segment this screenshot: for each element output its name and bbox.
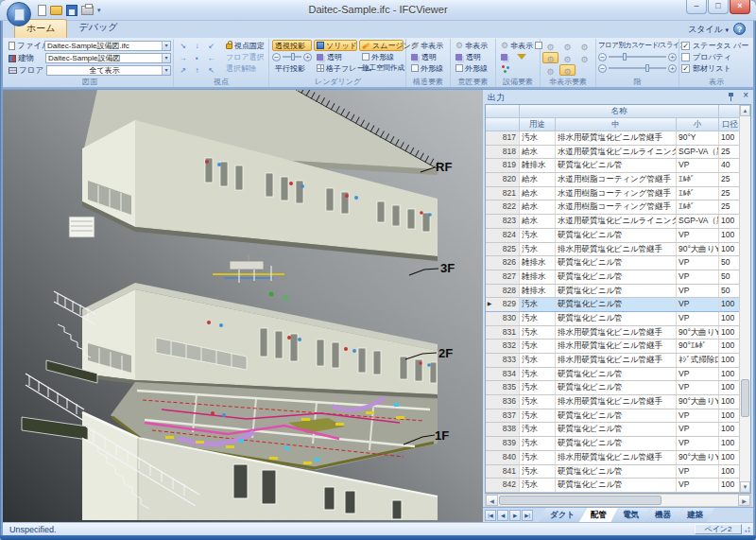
solid-button[interactable]: ソリッド [314,40,357,51]
view-arrow-icon[interactable]: ↓ [190,40,204,52]
prev-tab-icon[interactable]: ◀ [497,510,508,521]
horizontal-scrollbar[interactable]: ◀ ▶ [485,494,751,507]
zoom-slider[interactable]: − + [272,51,312,62]
zoom-slider-thumb[interactable] [291,53,295,61]
view-arrow-icon[interactable]: ↘ [176,40,190,52]
table-row[interactable]: 819雑排水硬質塩化ビニル管VP40 [486,159,750,173]
lattice-frame-button[interactable]: 格子フレーム [314,62,357,74]
category-tab[interactable]: ダクト [539,508,586,522]
dropdown-icon[interactable]: ▾ [162,42,170,50]
dropdown-icon[interactable]: ▾ [162,66,170,75]
table-row[interactable]: 833汚水排水用硬質塩化ビニル管継手ﾈｼﾞ式掃除口100 [486,354,750,368]
design-outline-button[interactable]: 外形線 [453,62,493,74]
table-row[interactable]: 832汚水排水用硬質塩化ビニル管継手90°ｴﾙﾎﾞ100 [486,340,750,354]
maximize-button[interactable]: □ [708,0,729,14]
smoothing-button[interactable]: スムージング [359,40,404,51]
scroll-down-icon[interactable]: ▼ [740,481,750,493]
structural-hide-button[interactable]: ⚙非表示 [408,40,448,51]
checkbox-icon[interactable]: ✓ [681,64,690,73]
gear-icon[interactable]: ⚙ [559,64,576,76]
table-row[interactable]: 842汚水硬質塩化ビニル管VP100 [486,479,750,493]
table-row[interactable]: 834汚水硬質塩化ビニル管VP100 [486,368,750,382]
gear-icon[interactable]: ⚙ [542,40,558,51]
close-button[interactable]: × [730,0,750,14]
table-row[interactable]: 826雑排水硬質塩化ビニル管VP50 [486,256,750,270]
display-checkbox[interactable]: ✓ステータス バー [681,40,751,51]
table-row[interactable]: 828雑排水硬質塩化ビニル管VP50 [486,285,750,299]
gear-icon[interactable]: ⚙ [542,52,558,63]
table-row[interactable]: 818給水水道用硬質塩化ビニルライニング鋼管SGP-VA（黒）25 [486,146,750,160]
category-tab[interactable]: 建築 [676,508,714,522]
ribbon-tab[interactable]: デバッグ [67,19,129,38]
help-icon[interactable]: ? [733,23,746,35]
gear-icon[interactable]: ⚙ [559,52,576,63]
table-row[interactable]: 840汚水排水用硬質塩化ビニル管継手90°大曲りY100 [486,451,750,465]
pin-icon[interactable] [728,93,734,101]
display-checkbox[interactable]: ✓部材リスト [681,62,751,74]
table-row[interactable]: 837汚水硬質塩化ビニル管VP100 [486,409,750,424]
plus-icon[interactable]: + [668,64,677,73]
gear-icon[interactable]: ⚙ [576,52,593,63]
zoom-in-icon[interactable]: + [303,53,312,61]
checkbox-icon[interactable] [681,53,690,61]
slice-slider[interactable]: − + [598,62,677,74]
column-small[interactable]: 小 [677,118,719,131]
scrollbar-thumb[interactable] [499,496,662,505]
view-arrow-icon[interactable]: ↑ [190,64,204,77]
panel-close-icon[interactable]: × [743,90,748,100]
equipment-filter-button[interactable] [498,51,538,62]
resize-grip[interactable] [744,526,751,533]
deselect-button[interactable]: 選択解除 [223,62,267,74]
style-selector[interactable]: スタイル ▾ [688,24,729,36]
category-tab[interactable]: 配管 [579,508,618,522]
table-row[interactable]: ▶829汚水硬質塩化ビニル管VP100 [486,298,750,312]
table-row[interactable]: 825汚水排水用硬質塩化ビニル管継手90°大曲りY100 [486,243,750,257]
floor-select-button[interactable]: フロア選択 [223,51,267,62]
view-center-icon[interactable]: ▪ [190,52,204,64]
table-row[interactable]: 817汚水排水用硬質塩化ビニル管継手90°Y100 [486,131,750,146]
table-row[interactable]: 838汚水硬質塩化ビニル管VP100 [486,423,750,437]
table-row[interactable]: 831汚水排水用硬質塩化ビニル管継手90°大曲りY100 [486,326,750,340]
building-combobox[interactable]: Daitec-Sample設備図 ▾ [45,53,171,63]
table-row[interactable]: 820給水水道用樹脂コーティング管継手ｴﾙﾎﾞ25 [486,173,750,187]
table-row[interactable]: 823給水水道用硬質塩化ビニルライニング鋼管SGP-VA（黒）100 [486,215,750,229]
perspective-button[interactable]: 透視投影 [272,40,312,51]
checkbox-icon[interactable]: ✓ [681,42,690,50]
view-arrow-icon[interactable]: → [176,52,190,64]
design-transparent-button[interactable]: 透明 [453,51,493,62]
next-tab-icon[interactable]: ▶ [509,510,521,521]
minimize-button[interactable]: – [686,0,707,14]
table-row[interactable]: 841汚水硬質塩化ビニル管VP100 [486,465,750,479]
display-checkbox[interactable]: プロパティ [681,51,751,62]
scroll-right-icon[interactable]: ▶ [738,495,750,506]
scrollbar-track[interactable] [662,495,738,506]
category-tab[interactable]: 電気 [611,508,650,522]
view-arrow-icon[interactable]: ↗ [176,64,190,77]
construction-space-button[interactable]: 施工空間作成 [359,62,404,74]
table-row[interactable]: 827雑排水硬質塩化ビニル管VP50 [486,270,750,285]
scroll-left-icon[interactable]: ◀ [486,495,498,506]
view-arrow-icon[interactable]: ↙ [204,40,218,52]
lock-viewpoint-button[interactable]: 視点固定 [223,40,267,51]
transparent-button[interactable]: 透明 [314,51,357,62]
dropdown-icon[interactable]: ▾ [162,54,170,62]
view-arrow-icon[interactable]: ↖ [204,64,218,77]
slice-slider-thumb[interactable] [645,64,649,72]
file-combobox[interactable]: Daitec-Sample設備図.ifc ▾ [44,41,171,51]
cascade-slider-thumb[interactable] [623,53,627,61]
cascade-slider[interactable]: − + [598,51,677,62]
structural-outline-button[interactable]: 外形線 [408,62,448,74]
column-diameter[interactable]: 口径 [719,118,741,131]
design-hide-button[interactable]: ⚙非表示 [453,40,493,51]
view-arrow-icon[interactable]: ← [204,52,218,64]
scrollbar-thumb[interactable] [741,379,749,417]
table-row[interactable]: 830汚水硬質塩化ビニル管VP100 [486,312,750,326]
equipment-color-button[interactable] [498,62,538,74]
zoom-out-icon[interactable]: − [272,53,281,61]
table-row[interactable]: 822給水水道用樹脂コーティング管継手ｴﾙﾎﾞ25 [486,200,750,215]
scroll-up-icon[interactable]: ▲ [740,105,750,116]
column-mid[interactable]: 中 [556,118,677,131]
floor-combobox[interactable]: 全て表示 ▾ [46,65,171,76]
plus-icon[interactable]: + [668,53,677,61]
table-row[interactable]: 824汚水硬質塩化ビニル管VP100 [486,229,750,243]
